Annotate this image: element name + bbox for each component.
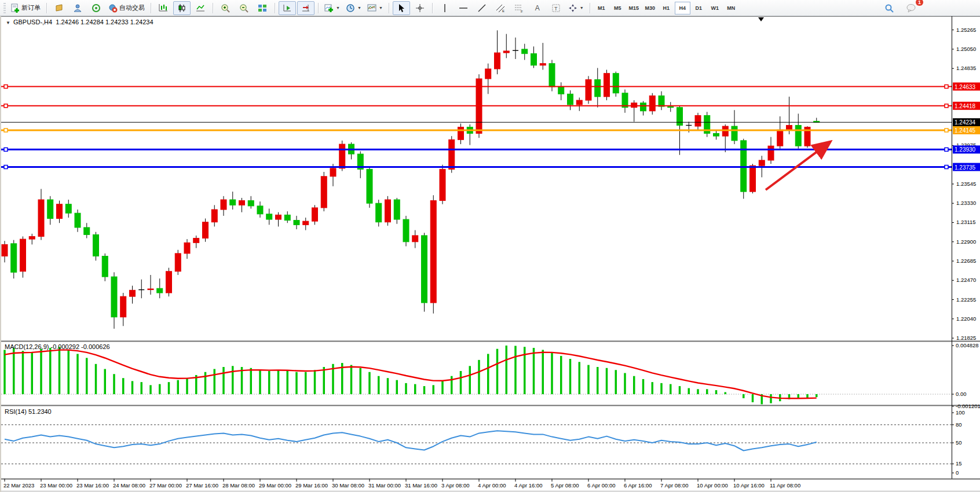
candle <box>568 94 573 105</box>
candle <box>29 236 35 239</box>
hline-handle[interactable] <box>4 148 8 151</box>
tf-D1[interactable]: D1 <box>691 2 707 14</box>
hline-price-badge-text: 1.23735 <box>955 164 976 171</box>
chat-bubble-icon <box>906 3 916 13</box>
time-axis-label: 3 Apr 08:00 <box>441 482 470 489</box>
tf-W1[interactable]: W1 <box>707 2 723 14</box>
candle <box>613 74 619 93</box>
auto-scroll-button[interactable] <box>279 1 296 15</box>
time-axis-label: 24 Mar 08:00 <box>113 482 145 489</box>
text-label-tool[interactable]: T <box>547 1 565 15</box>
candle <box>57 204 63 219</box>
bar-chart-mode-button[interactable] <box>155 1 172 15</box>
autotrade-button[interactable]: 自动交易 <box>106 1 147 15</box>
tf-M30[interactable]: M30 <box>642 2 658 14</box>
search-button[interactable] <box>880 1 898 15</box>
macd-values: -0.000292 -0.000626 <box>50 343 109 350</box>
tf-MN[interactable]: MN <box>723 2 739 14</box>
arrows-tool[interactable]: ▼ <box>566 1 586 15</box>
hline-handle[interactable] <box>4 128 8 132</box>
templates-button[interactable]: ▼ <box>365 1 385 15</box>
candle <box>485 69 491 79</box>
hline-handle[interactable] <box>945 128 948 132</box>
hline-handle[interactable] <box>945 166 948 169</box>
chart-shift-button[interactable] <box>297 1 315 15</box>
price-tick-label: 1.22040 <box>956 315 976 322</box>
signals-button[interactable] <box>87 1 105 15</box>
candle <box>230 200 236 205</box>
candle <box>403 219 409 242</box>
tf-M15[interactable]: M15 <box>626 2 642 14</box>
tf-M5[interactable]: M5 <box>610 2 626 14</box>
candle <box>595 80 601 97</box>
zoom-in-button[interactable] <box>217 1 234 15</box>
notifications-button[interactable]: 1 <box>902 1 920 15</box>
time-axis-label: 4 Apr 16:00 <box>514 482 543 489</box>
vertical-line-tool[interactable] <box>436 1 454 15</box>
line-chart-mode-button[interactable] <box>192 1 209 15</box>
tf-H4[interactable]: H4 <box>675 2 690 14</box>
tf-H1[interactable]: H1 <box>659 2 674 14</box>
chevron-down-icon: ▼ <box>580 6 584 10</box>
hline-handle[interactable] <box>945 85 948 89</box>
rsi-axis-label: 80 <box>956 421 962 428</box>
candle <box>65 204 71 213</box>
profile-button[interactable] <box>69 1 86 15</box>
separator <box>318 3 319 13</box>
periods-button[interactable]: ▼ <box>343 1 364 15</box>
price-tick-label: 1.22685 <box>956 258 976 264</box>
indicators-button[interactable]: ▼ <box>322 1 342 15</box>
text-tool[interactable]: A <box>529 1 546 15</box>
fibonacci-tool[interactable]: F <box>510 1 528 15</box>
time-axis-label: 7 Apr 08:00 <box>660 482 689 489</box>
rsi-label: RSI(14) <box>5 408 27 415</box>
zoom-out-button[interactable] <box>235 1 253 15</box>
new-order-button[interactable]: 新订单 <box>8 1 43 15</box>
candle <box>175 254 181 271</box>
tile-windows-button[interactable] <box>254 1 271 15</box>
current-price-badge-text: 1.24234 <box>955 119 976 126</box>
hline-handle[interactable] <box>4 104 8 108</box>
trendline-tool[interactable] <box>473 1 491 15</box>
horizontal-line-tool[interactable] <box>455 1 472 15</box>
candle <box>339 144 345 168</box>
main-toolbar: 新订单 自动交易 ▼ ▼ <box>0 0 980 16</box>
candlestick-mode-button[interactable] <box>173 1 191 15</box>
hline-handle[interactable] <box>945 104 948 108</box>
shift-marker-icon[interactable] <box>758 17 764 21</box>
crosshair-icon <box>415 3 425 13</box>
tf-M1[interactable]: M1 <box>594 2 609 14</box>
hline-handle[interactable] <box>4 85 8 89</box>
candle <box>641 103 646 111</box>
channel-icon: E <box>496 3 505 13</box>
chart-window[interactable]: 1.252651.250501.248351.239751.235451.233… <box>0 16 980 492</box>
candle <box>294 221 299 225</box>
hline-handle[interactable] <box>945 148 948 151</box>
symbol-dropdown-icon[interactable]: ▼ <box>6 20 10 25</box>
cursor-icon <box>397 3 406 13</box>
candle <box>695 115 701 126</box>
hline-handle[interactable] <box>4 166 8 169</box>
time-axis-label: 11 Apr 08:00 <box>770 482 800 489</box>
price-tick-label: 1.25050 <box>956 46 976 52</box>
separator <box>46 3 47 13</box>
cursor-tool-button[interactable] <box>393 1 410 15</box>
time-axis-label: 27 Mar 16:00 <box>186 482 218 489</box>
toolbar-grip[interactable] <box>3 3 6 13</box>
candle <box>84 227 90 234</box>
candle <box>102 256 108 277</box>
chart-canvas[interactable]: 1.252651.250501.248351.239751.235451.233… <box>1 16 980 492</box>
crosshair-tool-button[interactable] <box>411 1 429 15</box>
candles-layer[interactable] <box>2 30 820 328</box>
candle <box>193 238 199 243</box>
candle <box>221 200 226 210</box>
candle <box>631 103 637 108</box>
macd-panel-title: MACD(12,26,9) -0.000292 -0.000626 <box>5 343 110 350</box>
channel-tool[interactable]: E <box>492 1 509 15</box>
candle <box>677 108 683 126</box>
candle <box>458 127 464 140</box>
autotrade-label: 自动交易 <box>119 3 145 12</box>
candle <box>138 289 144 290</box>
market-watch-button[interactable] <box>50 1 68 15</box>
candle <box>120 296 126 317</box>
